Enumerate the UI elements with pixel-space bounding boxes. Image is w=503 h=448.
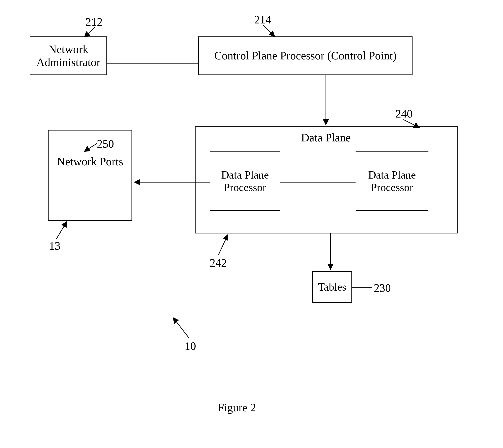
leader-10 — [173, 318, 189, 338]
data-plane-title: Data Plane — [269, 131, 383, 144]
box-network-administrator: Network Administrator — [30, 36, 107, 75]
ref-240: 240 — [395, 107, 413, 120]
ref-214: 214 — [254, 13, 271, 26]
dpp-right-text: Data Plane Processor — [356, 169, 428, 193]
network-ports-text: Network Ports — [52, 155, 128, 168]
box-tables: Tables — [312, 271, 352, 303]
ref-212: 212 — [85, 15, 102, 29]
ref-242: 242 — [210, 256, 227, 270]
box-dpp-left: Data Plane Processor — [210, 151, 280, 211]
ref-10: 10 — [184, 339, 196, 352]
leader-242 — [218, 235, 228, 255]
box-network-ports-outer — [48, 130, 132, 221]
figure-2-diagram: Network Administrator Control Plane Proc… — [0, 0, 503, 448]
leader-214 — [263, 25, 275, 36]
ref-13: 13 — [49, 239, 60, 252]
box-dpp-right: Data Plane Processor — [355, 151, 428, 211]
tables-text: Tables — [318, 281, 346, 293]
ref-230: 230 — [374, 281, 391, 294]
figure-caption: Figure 2 — [218, 401, 256, 414]
box-control-plane-processor: Control Plane Processor (Control Point) — [198, 36, 413, 75]
ref-250: 250 — [97, 137, 114, 150]
control-plane-processor-text: Control Plane Processor (Control Point) — [214, 49, 397, 63]
leader-212 — [84, 27, 95, 37]
dpp-left-text: Data Plane Processor — [210, 169, 280, 193]
leader-13 — [56, 222, 67, 239]
network-administrator-text: Network Administrator — [30, 43, 106, 69]
